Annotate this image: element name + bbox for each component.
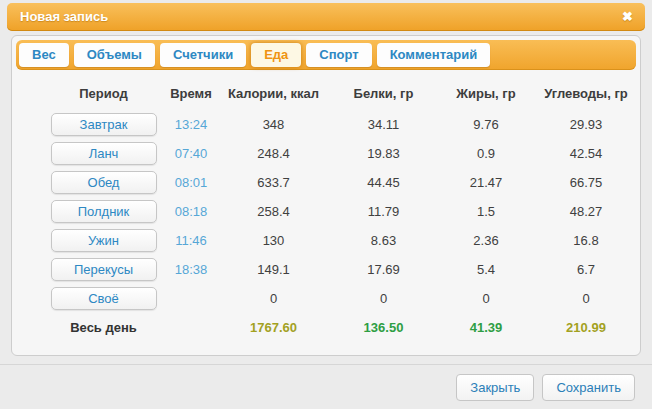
total-carbs: 210.99 <box>531 320 641 335</box>
calories-value: 130 <box>221 233 326 248</box>
tab-ves[interactable]: Вес <box>19 43 69 67</box>
calories-value: 0 <box>221 291 326 306</box>
close-icon[interactable]: ✖ <box>622 3 633 31</box>
period-button-uzhin[interactable]: Ужин <box>51 229 157 252</box>
table-row: Ужин 11:46 130 8.63 2.36 16.8 <box>46 226 636 255</box>
table-header-row: Период Время Калории, ккал Белки, гр Жир… <box>46 83 636 103</box>
fats-value: 21.47 <box>441 175 531 190</box>
period-button-perekusy[interactable]: Перекусы <box>51 258 157 281</box>
tab-eda[interactable]: Еда <box>251 43 301 67</box>
time-value[interactable]: 13:24 <box>161 117 221 132</box>
table-row: Перекусы 18:38 149.1 17.69 5.4 6.7 <box>46 255 636 284</box>
tab-bar: Вес Объемы Счетчики Еда Спорт Комментари… <box>16 40 636 70</box>
calories-value: 258.4 <box>221 204 326 219</box>
calories-value: 633.7 <box>221 175 326 190</box>
table-row: Полдник 08:18 258.4 11.79 1.5 48.27 <box>46 197 636 226</box>
proteins-value: 44.45 <box>326 175 441 190</box>
proteins-value: 0 <box>326 291 441 306</box>
total-calories: 1767.60 <box>221 320 326 335</box>
dialog-titlebar: Новая запись ✖ <box>7 3 645 31</box>
time-value[interactable]: 11:46 <box>161 233 221 248</box>
total-proteins: 136.50 <box>326 320 441 335</box>
carbs-value: 66.75 <box>531 175 641 190</box>
table-row: Ланч 07:40 248.4 19.83 0.9 42.54 <box>46 139 636 168</box>
proteins-value: 8.63 <box>326 233 441 248</box>
carbs-value: 16.8 <box>531 233 641 248</box>
fats-value: 5.4 <box>441 262 531 277</box>
tab-obyomy[interactable]: Объемы <box>74 43 155 67</box>
time-value[interactable]: 07:40 <box>161 146 221 161</box>
carbs-value: 6.7 <box>531 262 641 277</box>
tab-schetchiki[interactable]: Счетчики <box>160 43 246 67</box>
close-button[interactable]: Закрыть <box>456 374 534 401</box>
column-header-fats: Жиры, гр <box>441 86 531 101</box>
fats-value: 0.9 <box>441 146 531 161</box>
page-title: Новая запись <box>7 3 645 31</box>
carbs-value: 29.93 <box>531 117 641 132</box>
time-value[interactable]: 18:38 <box>161 262 221 277</box>
carbs-value: 42.54 <box>531 146 641 161</box>
totals-label: Весь день <box>46 320 161 335</box>
table-row: Завтрак 13:24 348 34.11 9.76 29.93 <box>46 110 636 139</box>
proteins-value: 34.11 <box>326 117 441 132</box>
proteins-value: 11.79 <box>326 204 441 219</box>
column-header-carbs: Углеводы, гр <box>531 86 641 101</box>
totals-row: Весь день 1767.60 136.50 41.39 210.99 <box>46 313 636 342</box>
total-fats: 41.39 <box>441 320 531 335</box>
carbs-value: 0 <box>531 291 641 306</box>
fats-value: 2.36 <box>441 233 531 248</box>
proteins-value: 19.83 <box>326 146 441 161</box>
calories-value: 248.4 <box>221 146 326 161</box>
footer: Закрыть Сохранить <box>0 365 652 401</box>
period-button-obed[interactable]: Обед <box>51 171 157 194</box>
fats-value: 9.76 <box>441 117 531 132</box>
tab-panel: Вес Объемы Счетчики Еда Спорт Комментари… <box>11 35 641 356</box>
table-row: Своё 0 0 0 0 <box>46 284 636 313</box>
proteins-value: 17.69 <box>326 262 441 277</box>
column-header-calories: Калории, ккал <box>221 86 326 101</box>
fats-value: 0 <box>441 291 531 306</box>
column-header-period: Период <box>46 86 161 101</box>
save-button[interactable]: Сохранить <box>542 374 635 401</box>
period-button-svoyo[interactable]: Своё <box>51 287 157 310</box>
period-button-lanch[interactable]: Ланч <box>51 142 157 165</box>
table-row: Обед 08:01 633.7 44.45 21.47 66.75 <box>46 168 636 197</box>
column-header-time: Время <box>161 86 221 101</box>
fats-value: 1.5 <box>441 204 531 219</box>
tab-sport[interactable]: Спорт <box>306 43 371 67</box>
carbs-value: 48.27 <box>531 204 641 219</box>
time-value[interactable]: 08:01 <box>161 175 221 190</box>
food-table: Период Время Калории, ккал Белки, гр Жир… <box>46 83 636 342</box>
calories-value: 149.1 <box>221 262 326 277</box>
calories-value: 348 <box>221 117 326 132</box>
column-header-proteins: Белки, гр <box>326 86 441 101</box>
period-button-zavtrak[interactable]: Завтрак <box>51 113 157 136</box>
tab-kommentariy[interactable]: Комментарий <box>377 43 491 67</box>
time-value[interactable]: 08:18 <box>161 204 221 219</box>
period-button-poldnik[interactable]: Полдник <box>51 200 157 223</box>
